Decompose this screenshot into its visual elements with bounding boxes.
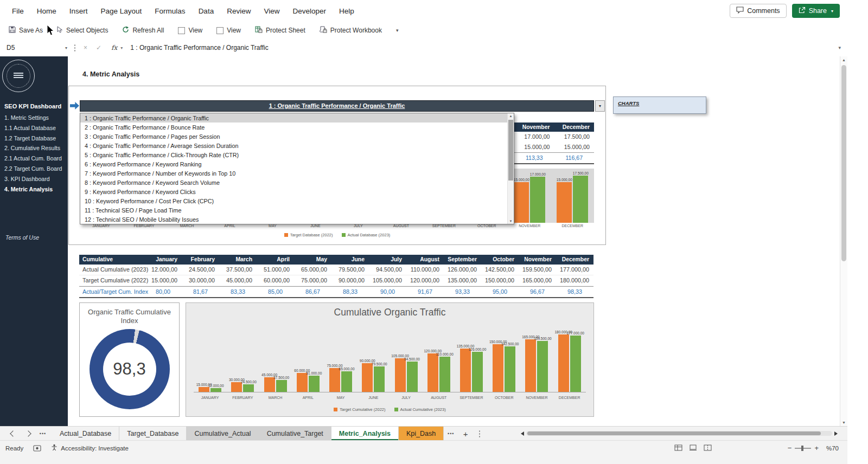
menu-item-file[interactable]: File [5, 4, 30, 18]
cell-reference[interactable]: D5 [7, 44, 65, 51]
insert-function-icon[interactable]: fx [111, 44, 117, 51]
save-as-button[interactable]: Save As [9, 26, 43, 35]
select-objects-button[interactable]: Select Objects [57, 26, 108, 35]
horizontal-scrollbar-thumb[interactable] [527, 431, 821, 435]
comments-button[interactable]: Comments [730, 4, 786, 18]
cancel-entry-icon[interactable]: × [84, 44, 87, 51]
zoom-slider[interactable] [795, 448, 811, 449]
more-sheets-button[interactable]: ••• [444, 427, 458, 441]
accessibility-status[interactable]: Accessibility: Investigate [51, 444, 129, 452]
sheet-tab-metric_analysis[interactable]: Metric_Analysis [331, 427, 399, 441]
bar: 79.500,00 [374, 366, 385, 392]
namebox-chevron-icon[interactable]: ▾ [65, 46, 67, 50]
kpi-option[interactable]: 9 : Keyword Performance / Keyword Clicks [80, 187, 508, 196]
value-cell: 96,67 [519, 287, 556, 297]
axis-category-label: FEBRUARY [226, 396, 259, 399]
protect-sheet-button[interactable]: Protect Sheet [255, 26, 305, 35]
horizontal-scroll-track[interactable] [526, 431, 832, 436]
confirm-entry-icon[interactable]: ✓ [96, 44, 101, 51]
add-sheet-button[interactable]: + [458, 427, 473, 441]
view-checkbox-1[interactable]: View [178, 27, 202, 34]
menu-item-home[interactable]: Home [30, 4, 63, 18]
sidebar-item[interactable]: 2.1 Actual Cum. Board [0, 153, 68, 164]
vertical-scrollbar-thumb[interactable] [841, 65, 846, 261]
sheet-tab-cumulative_actual[interactable]: Cumulative_Actual [187, 427, 259, 441]
scroll-up-icon[interactable]: ▲ [840, 58, 847, 62]
axis-category-label: OCTOBER [465, 224, 508, 228]
scroll-down-icon[interactable]: ▼ [840, 421, 847, 424]
scroll-down-icon[interactable]: ▼ [508, 220, 514, 223]
kpi-option[interactable]: 8 : Keyword Performance / Keyword Search… [80, 178, 508, 187]
sidebar-item[interactable]: 3. KPI Dashboard [0, 174, 68, 184]
terms-of-use-link[interactable]: Terms of Use [5, 234, 39, 241]
sheet-tab-kpi_dash[interactable]: Kpi_Dash [399, 427, 444, 441]
protect-workbook-button[interactable]: Protect Workbook [320, 26, 382, 35]
menu-item-review[interactable]: Review [220, 4, 257, 18]
normal-view-icon[interactable] [674, 444, 682, 452]
previous-sheet-button[interactable] [5, 427, 21, 441]
formula-input[interactable]: 1 : Organic Traffic Performance / Organi… [130, 44, 268, 51]
sidebar-item[interactable]: 4. Metric Analysis [0, 184, 68, 195]
view-checkbox-2[interactable]: View [216, 27, 241, 34]
macro-record-button[interactable] [33, 445, 41, 452]
kpi-option[interactable]: 1 : Organic Traffic Performance / Organi… [80, 113, 508, 123]
legend-item: Actual Database (2023) [342, 233, 391, 237]
value-cell: 79.500,00 [331, 265, 369, 275]
bar: 105.000,00 [395, 358, 406, 392]
zoom-in-button[interactable]: + [814, 444, 819, 452]
formula-bar-expand-icon[interactable]: ▾ [838, 45, 841, 50]
value-cell: 95,00 [481, 287, 519, 297]
cumulative-bar-chart: 15.000,0012.000,0030.000,0024.500,0045.0… [194, 328, 586, 392]
sheet-options-button[interactable] [473, 427, 486, 441]
sidebar-item[interactable]: 1.1 Actual Database [0, 123, 68, 133]
next-sheet-button[interactable] [21, 427, 36, 441]
menu-item-data[interactable]: Data [192, 4, 221, 18]
sidebar-item[interactable]: 2.2 Target Cum. Board [0, 164, 68, 174]
bar: 17.000,00 [530, 177, 545, 223]
sidebar-item[interactable]: 1. Metric Settings [0, 113, 68, 123]
dropdown-scrollbar-thumb[interactable] [508, 120, 513, 181]
toolbar-overflow-chevron-icon[interactable]: ▾ [396, 28, 399, 33]
menu-item-view[interactable]: View [257, 4, 286, 18]
monthly-chart-axis: JANUARYFEBRUARYMARCHAPRILMAYJUNEJULYAUGU… [80, 224, 594, 228]
menu-item-help[interactable]: Help [333, 4, 361, 18]
sidebar-item[interactable]: 2. Cumulative Results [0, 143, 68, 153]
sidebar-item[interactable]: 1.2 Target Database [0, 133, 68, 144]
menu-item-formulas[interactable]: Formulas [148, 4, 192, 18]
page-break-view-icon[interactable] [704, 444, 712, 452]
refresh-all-button[interactable]: Refresh All [122, 26, 164, 35]
kpi-option[interactable]: 6 : Keyword Performance / Keyword Rankin… [80, 159, 508, 169]
checkbox-icon[interactable] [216, 27, 224, 34]
scroll-up-icon[interactable]: ▲ [508, 114, 514, 118]
horizontal-scrollbar[interactable] [521, 430, 838, 436]
kpi-option[interactable]: 10 : Keyword Performance / Cost Per Clic… [80, 196, 508, 205]
kpi-option[interactable]: 12 : Technical SEO / Mobile Usability Is… [80, 215, 508, 224]
kpi-option[interactable]: 4 : Organic Traffic Performance / Averag… [80, 141, 508, 150]
all-sheets-button[interactable]: ••• [36, 431, 50, 436]
zoom-out-button[interactable]: − [788, 444, 792, 452]
zoom-level[interactable]: %70 [826, 445, 839, 452]
scroll-right-icon[interactable] [834, 431, 838, 436]
scroll-left-icon[interactable] [521, 431, 524, 436]
name-box[interactable]: D5 ▾ [0, 39, 71, 56]
menu-item-insert[interactable]: Insert [63, 4, 94, 18]
sheet-tab-cumulative_target[interactable]: Cumulative_Target [259, 427, 331, 441]
checkbox-icon[interactable] [178, 27, 185, 34]
kpi-option[interactable]: 11 : Technical SEO / Page Load Time [80, 205, 508, 215]
vertical-scrollbar[interactable]: ▲ ▼ [840, 56, 847, 426]
kpi-option[interactable]: 7 : Keyword Performance / Number of Keyw… [80, 169, 508, 178]
kpi-option[interactable]: 2 : Organic Traffic Performance / Bounce… [80, 123, 508, 132]
menu-item-page-layout[interactable]: Page Layout [94, 4, 149, 18]
axis-category-label: JULY [337, 224, 380, 228]
sheet-tab-target_database[interactable]: Target_Database [119, 427, 187, 441]
kpi-option[interactable]: 3 : Organic Traffic Performance / Pages … [80, 132, 508, 141]
kpi-dropdown-selected[interactable]: 1 : Organic Traffic Performance / Organi… [80, 100, 594, 112]
kpi-option[interactable]: 5 : Organic Traffic Performance / Click-… [80, 150, 508, 159]
sheet-tab-actual_database[interactable]: Actual_Database [52, 427, 119, 441]
share-button[interactable]: Share ▾ [792, 4, 840, 18]
zoom-slider-thumb[interactable] [801, 446, 803, 451]
menu-item-developer[interactable]: Developer [286, 4, 333, 18]
page-layout-view-icon[interactable] [689, 444, 697, 452]
kpi-dropdown-button[interactable]: ▾ [595, 100, 605, 112]
dropdown-scrollbar[interactable]: ▲ ▼ [507, 113, 514, 224]
